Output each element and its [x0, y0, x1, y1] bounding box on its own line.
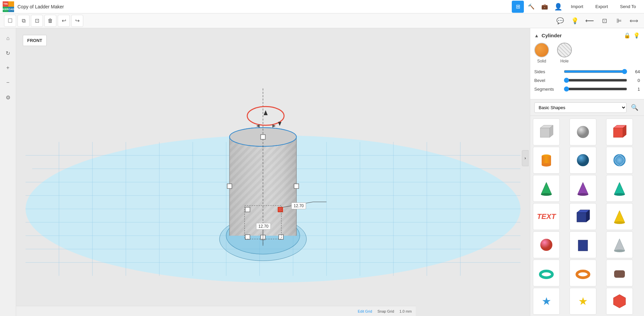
shape-item-blue-swirl[interactable]: [606, 147, 633, 174]
svg-rect-53: [540, 128, 550, 137]
shape-props-header: ▲ Cylinder 🔒 💡: [534, 32, 640, 39]
sides-value: 64: [630, 69, 640, 74]
shapes-library: Basic Shapes 🔍: [530, 99, 644, 316]
svg-point-70: [614, 193, 625, 196]
shape-item-star-blue[interactable]: ★: [533, 288, 560, 315]
shape-item-brown[interactable]: [606, 260, 633, 286]
left-sidebar: ⌂ ↻ + − ⚙: [0, 28, 16, 316]
collapse-arrow[interactable]: ▲: [534, 33, 539, 38]
home-tool[interactable]: ⌂: [2, 32, 14, 44]
scene-svg: [16, 28, 530, 316]
solid-option[interactable]: Solid: [534, 43, 549, 63]
hole-label: Hole: [560, 59, 569, 63]
shape-item-sphere-pink[interactable]: [533, 231, 560, 258]
duplicate-btn[interactable]: ⧉: [17, 15, 30, 27]
svg-rect-71: [577, 213, 586, 222]
logo-area: TIN KER CAD Copy of Ladder Maker: [3, 1, 64, 12]
new-design-btn[interactable]: ☐: [4, 15, 16, 27]
zoom-out-tool[interactable]: −: [2, 77, 14, 89]
shape-item-pyramid-teal[interactable]: [606, 175, 633, 202]
shape-item-box-blue2[interactable]: [569, 231, 596, 258]
briefcase-btn[interactable]: 💼: [539, 1, 551, 13]
hole-option[interactable]: Hole: [557, 43, 572, 63]
copy-btn[interactable]: ⊡: [31, 15, 43, 27]
zoom-in-tool[interactable]: +: [2, 62, 14, 74]
mirror2-btn[interactable]: ⊡: [598, 15, 610, 27]
svg-rect-82: [614, 270, 625, 278]
segments-row: Segments 1: [534, 86, 640, 92]
hammer-btn[interactable]: 🔨: [525, 1, 537, 13]
right-panel: ▲ Cylinder 🔒 💡 Solid Hole: [530, 28, 644, 316]
shape-item-sphere-blue[interactable]: [569, 147, 596, 174]
comment-btn[interactable]: 💬: [554, 15, 566, 27]
shape-item-hex-red[interactable]: [606, 288, 633, 315]
dimension-label-1: 12.70: [291, 202, 306, 209]
delete-btn[interactable]: 🗑: [44, 15, 56, 27]
bevel-row: Bevel 0: [534, 78, 640, 83]
shape-item-box-grey[interactable]: [533, 119, 560, 145]
solid-hole-row: Solid Hole: [534, 43, 640, 63]
lightbulb-btn[interactable]: 💡: [569, 15, 581, 27]
svg-marker-65: [541, 182, 552, 194]
user-btn[interactable]: 👤: [552, 1, 564, 13]
svg-rect-41: [245, 207, 250, 212]
edit-grid-link[interactable]: Edit Grid: [358, 309, 372, 313]
shape-item-pyramid-purple[interactable]: [569, 175, 596, 202]
segments-slider[interactable]: [564, 86, 627, 92]
bevel-slider[interactable]: [564, 78, 627, 83]
snap-grid-value: 1.0 mm: [399, 309, 412, 313]
logo-box: TIN KER CAD: [3, 1, 13, 12]
visibility-icon[interactable]: 💡: [633, 32, 640, 39]
lock-icon[interactable]: 🔒: [624, 32, 631, 39]
sides-label: Sides: [534, 69, 561, 74]
svg-rect-43: [279, 235, 283, 239]
shape-item-sphere-grey[interactable]: [569, 119, 596, 145]
shape-item-cone-grey[interactable]: [606, 231, 633, 258]
flip-btn[interactable]: ⟺: [628, 15, 640, 27]
undo-btn[interactable]: ↩: [58, 15, 70, 27]
import-btn[interactable]: Import: [565, 2, 589, 11]
solid-circle: [534, 43, 549, 57]
sides-slider[interactable]: [564, 69, 627, 74]
align-btn[interactable]: ⊫: [613, 15, 625, 27]
grid-view-btn[interactable]: ⊞: [512, 1, 524, 13]
panel-collapse-btn[interactable]: ›: [522, 150, 529, 166]
main-area: ⌂ ↻ + − ⚙ FRONT: [0, 28, 644, 316]
shapes-category-dropdown[interactable]: Basic Shapes: [534, 102, 627, 113]
svg-point-79: [614, 250, 625, 252]
shape-item-torus-orange[interactable]: [569, 260, 596, 286]
shapes-grid: TEXT: [530, 116, 644, 316]
redo-btn[interactable]: ↪: [71, 15, 83, 27]
bevel-label: Bevel: [534, 78, 561, 83]
status-bar: Edit Grid Snap Grid 1.0 mm: [16, 306, 416, 316]
segments-label: Segments: [534, 87, 561, 92]
shape-item-box-red[interactable]: [606, 119, 633, 145]
svg-point-64: [613, 154, 626, 166]
send-to-btn[interactable]: Send To: [615, 2, 641, 11]
toolbar2: ☐ ⧉ ⊡ 🗑 ↩ ↪ 💬 💡 ⟵ ⊡ ⊫ ⟺: [0, 13, 644, 28]
svg-marker-67: [578, 182, 588, 194]
hole-circle: [557, 43, 572, 57]
export-btn[interactable]: Export: [590, 2, 613, 11]
shape-item-cube-blue[interactable]: [569, 203, 596, 230]
shape-item-pyramid-yellow[interactable]: [606, 203, 633, 230]
mirror-btn[interactable]: ⟵: [584, 15, 596, 27]
sides-row: Sides 64: [534, 69, 640, 74]
svg-rect-39: [294, 184, 299, 188]
orbit-tool[interactable]: ↻: [2, 47, 14, 59]
shape-item-cylinder-orange[interactable]: [533, 147, 560, 174]
shape-item-star-yellow[interactable]: ★: [569, 288, 596, 315]
canvas-area[interactable]: FRONT: [16, 28, 530, 316]
settings-tool[interactable]: ⚙: [2, 91, 14, 103]
svg-rect-40: [278, 207, 283, 212]
svg-rect-77: [578, 240, 588, 251]
logo-blank: [8, 1, 14, 7]
shapes-search-btn[interactable]: 🔍: [629, 102, 640, 113]
shape-props-icons: 🔒 💡: [624, 32, 640, 39]
svg-point-62: [542, 163, 551, 167]
shape-item-cone-green[interactable]: [533, 175, 560, 202]
shape-item-text[interactable]: TEXT: [533, 203, 560, 230]
svg-point-66: [541, 193, 552, 196]
shape-item-torus-teal[interactable]: [533, 260, 560, 286]
svg-point-76: [540, 239, 552, 251]
